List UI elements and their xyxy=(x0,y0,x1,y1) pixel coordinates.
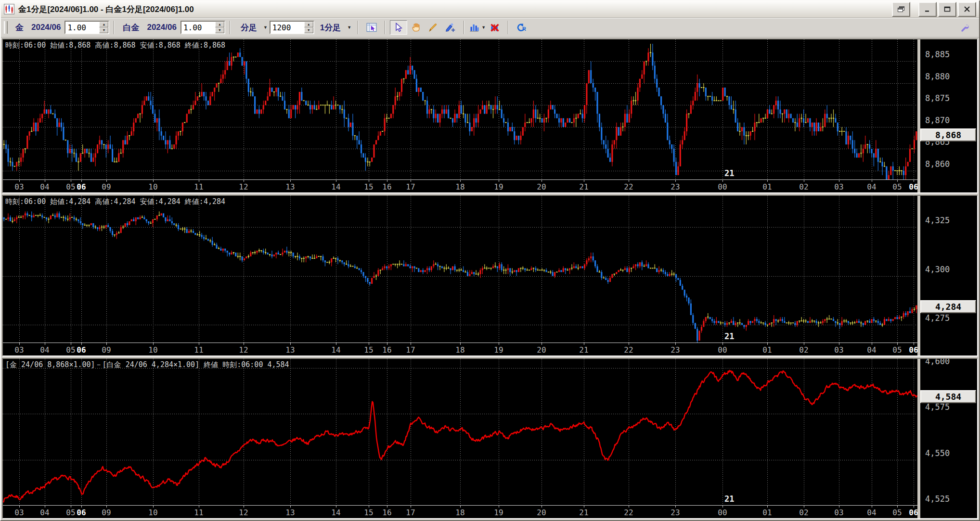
gold-multiplier-input[interactable] xyxy=(65,22,99,33)
toolbar-separator xyxy=(358,21,359,34)
x-tick-label: 03 xyxy=(834,508,843,517)
y-axis-label: 4,300 xyxy=(925,265,950,274)
x-tick-mark xyxy=(411,343,411,345)
gold-date-marker: 21 xyxy=(724,168,734,178)
x-tick-label: 09 xyxy=(102,182,111,191)
x-tick-label: 17 xyxy=(406,345,415,355)
x-tick-label: 05 xyxy=(66,345,75,355)
platinum-candlestick-plot[interactable]: 時刻:06:00 始値:4,284 高値:4,284 安値:4,284 終値:4… xyxy=(3,196,917,343)
maximize-button[interactable] xyxy=(938,2,956,17)
x-tick-label: 01 xyxy=(762,508,772,517)
close-button[interactable] xyxy=(958,2,976,17)
gold-plot-canvas[interactable] xyxy=(3,39,917,179)
marker-crosshair-tool-button[interactable] xyxy=(442,20,459,35)
pencil-tool-button[interactable] xyxy=(425,20,442,35)
x-tick-label: 04 xyxy=(867,508,876,517)
x-tick-mark xyxy=(290,506,291,508)
x-tick-mark xyxy=(387,506,387,508)
x-tick-label: 03 xyxy=(834,182,843,191)
x-tick-label: 13 xyxy=(285,345,295,355)
x-tick-mark xyxy=(675,180,676,182)
x-tick-mark xyxy=(542,343,542,345)
platinum-multiplier-up-button[interactable]: ▲ xyxy=(215,22,224,27)
x-tick-mark xyxy=(81,343,82,345)
hand-pan-tool-button[interactable] xyxy=(407,20,425,35)
x-tick-label: 18 xyxy=(455,345,464,355)
x-tick-mark xyxy=(722,180,723,182)
platinum-plot-canvas[interactable] xyxy=(3,196,917,343)
x-tick-mark xyxy=(542,506,542,508)
chart-select-button[interactable] xyxy=(363,20,380,35)
x-tick-label: 20 xyxy=(537,508,546,517)
platinum-multiplier-input[interactable] xyxy=(181,22,215,33)
x-tick-label: 21 xyxy=(579,182,588,191)
x-tick-mark xyxy=(897,343,898,345)
platinum-chart-panel: 時刻:06:00 始値:4,284 高値:4,284 安値:4,284 終値:4… xyxy=(2,195,978,356)
settings-wrench-button[interactable] xyxy=(957,20,974,35)
gold-symbol-label: 金 xyxy=(15,22,24,33)
x-tick-mark xyxy=(153,343,154,345)
x-tick-mark xyxy=(81,180,82,182)
bar-count-down-button[interactable]: ▼ xyxy=(304,27,313,33)
bar-count-spin-buttons: ▲ ▼ xyxy=(304,22,313,33)
interval-dropdown[interactable]: 1分足 ▼ xyxy=(314,21,353,34)
pointer-tool-button[interactable] xyxy=(390,20,407,35)
gold-candlestick-plot[interactable]: 時刻:06:00 始値:8,868 高値:8,868 安値:8,868 終値:8… xyxy=(3,39,917,179)
spread-chart-area: [金 24/06 8,868×1.00]－[白金 24/06 4,284×1.0… xyxy=(3,359,917,519)
gold-y-axis: 8,8858,8808,8758,8708,8658,8608,868 xyxy=(917,39,977,192)
x-tick-label: 11 xyxy=(194,508,203,517)
x-tick-label: 03 xyxy=(14,345,24,355)
x-tick-mark xyxy=(460,180,461,182)
y-axis-label: 4,550 xyxy=(925,448,950,458)
x-tick-label: 18 xyxy=(455,508,464,517)
x-tick-mark xyxy=(722,506,723,508)
bar-count-spinner: ▲ ▼ xyxy=(270,21,314,34)
x-tick-label: 00 xyxy=(718,182,727,191)
x-tick-label: 03 xyxy=(14,508,24,517)
x-tick-mark xyxy=(914,343,914,345)
x-tick-mark xyxy=(369,343,369,345)
bar-count-input[interactable] xyxy=(271,22,304,33)
x-tick-mark xyxy=(45,506,45,508)
delete-chart-button[interactable] xyxy=(486,20,503,35)
x-tick-mark xyxy=(804,180,804,182)
gold-multiplier-up-button[interactable]: ▲ xyxy=(99,22,108,27)
x-tick-label: 16 xyxy=(382,508,391,517)
x-tick-mark xyxy=(336,343,336,345)
bar-chart-icon xyxy=(469,23,479,32)
restore-windows-icon xyxy=(897,6,905,13)
bar-type-dropdown[interactable]: 分足 ▼ xyxy=(235,21,270,34)
x-tick-label: 21 xyxy=(579,345,588,355)
restore-windows-button[interactable] xyxy=(892,2,910,17)
chart-stack: 時刻:06:00 始値:8,868 高値:8,868 安値:8,868 終値:8… xyxy=(1,38,979,520)
y-axis-label: 8,885 xyxy=(925,50,950,59)
gold-ohlc-info: 時刻:06:00 始値:8,868 高値:8,868 安値:8,868 終値:8… xyxy=(5,41,225,50)
x-tick-label: 03 xyxy=(834,345,843,355)
bar-count-up-button[interactable]: ▲ xyxy=(304,22,313,27)
toolbar-grip[interactable] xyxy=(4,21,8,34)
pencil-icon xyxy=(428,23,438,32)
x-tick-label: 01 xyxy=(762,345,772,355)
x-tick-label: 19 xyxy=(494,345,503,355)
x-tick-mark xyxy=(897,180,898,182)
x-tick-label: 02 xyxy=(799,345,808,355)
x-tick-label: 22 xyxy=(624,508,633,517)
spread-plot-canvas[interactable] xyxy=(3,359,917,506)
spread-line-plot[interactable]: [金 24/06 8,868×1.00]－[白金 24/06 4,284×1.0… xyxy=(3,359,917,506)
x-tick-mark xyxy=(106,343,107,345)
spread-chart-panel: [金 24/06 8,868×1.00]－[白金 24/06 4,284×1.0… xyxy=(2,358,978,520)
y-axis-label: 8,870 xyxy=(925,115,950,125)
x-tick-mark xyxy=(81,506,82,508)
x-tick-mark xyxy=(914,180,914,182)
refresh-button[interactable]: R xyxy=(513,20,530,35)
bar-chart-dropdown-button[interactable]: ▼ xyxy=(469,20,486,35)
x-tick-mark xyxy=(45,343,45,345)
x-tick-label: 06 xyxy=(77,182,86,191)
gold-multiplier-down-button[interactable]: ▼ xyxy=(99,27,108,33)
x-tick-label: 23 xyxy=(671,182,680,191)
platinum-multiplier-down-button[interactable]: ▼ xyxy=(215,27,224,33)
x-tick-label: 13 xyxy=(285,182,295,191)
x-tick-label: 04 xyxy=(40,182,49,191)
minimize-button[interactable] xyxy=(918,2,937,17)
x-tick-label: 11 xyxy=(194,345,203,355)
